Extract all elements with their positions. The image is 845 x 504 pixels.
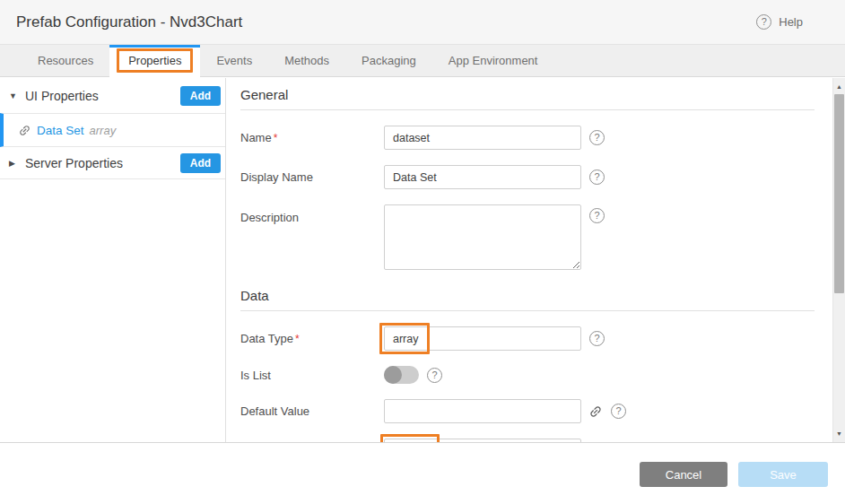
save-button[interactable]: Save — [738, 462, 828, 487]
property-form: General Name* ? Display Name ? Descripti… — [226, 78, 845, 442]
tab-properties[interactable]: Properties — [109, 45, 200, 77]
field-label: Name* — [240, 131, 384, 144]
help-icon[interactable]: ? — [589, 331, 605, 346]
bind-link-icon[interactable] — [586, 401, 606, 421]
link-icon — [15, 120, 34, 139]
tab-events[interactable]: Events — [200, 45, 268, 76]
sidebar-group-ui-properties[interactable]: ▼ UI Properties Add — [0, 78, 225, 113]
add-server-property-button[interactable]: Add — [180, 153, 221, 173]
tab-app-environment[interactable]: App Environment — [432, 45, 554, 76]
tab-bar: Resources Properties Events Methods Pack… — [0, 45, 845, 77]
caret-right-icon: ▶ — [9, 159, 23, 168]
cancel-button[interactable]: Cancel — [640, 462, 727, 487]
default-value-input[interactable] — [384, 399, 581, 423]
scrollbar-thumb[interactable] — [834, 94, 844, 293]
field-label: Display Name — [240, 170, 384, 184]
help-icon[interactable]: ? — [427, 368, 442, 383]
required-asterisk: * — [274, 132, 278, 144]
scroll-up-icon[interactable]: ▲ — [833, 83, 845, 90]
sidebar-item-label: Data Set — [37, 124, 84, 137]
description-textarea[interactable] — [384, 204, 581, 270]
dialog-title: Prefab Configuration - Nvd3Chart — [16, 13, 242, 31]
caret-down-icon: ▼ — [9, 91, 23, 100]
is-list-toggle[interactable] — [384, 366, 419, 384]
field-label: Default Value — [240, 404, 384, 418]
help-icon[interactable]: ? — [589, 130, 605, 145]
properties-sidebar: ▼ UI Properties Add Data Set array ▶ Ser… — [0, 78, 226, 442]
tab-resources[interactable]: Resources — [22, 45, 109, 76]
group-label: Server Properties — [23, 156, 180, 170]
binding-type-select[interactable]: in-bound ▼ — [384, 439, 581, 442]
data-type-input[interactable] — [384, 326, 581, 351]
field-row-default-value: Default Value ? — [240, 399, 815, 423]
help-button[interactable]: ? Help — [756, 14, 803, 30]
field-row-is-list: Is List ? — [240, 366, 815, 384]
help-icon[interactable]: ? — [589, 169, 605, 185]
field-row-display-name: Display Name ? — [240, 165, 815, 189]
display-name-input[interactable] — [384, 165, 581, 189]
dialog-footer: Cancel Save — [0, 443, 845, 504]
add-ui-property-button[interactable]: Add — [180, 86, 221, 106]
toggle-knob — [384, 366, 402, 384]
field-row-binding-type: Binding Type in-bound ▼ ? — [240, 439, 815, 442]
sidebar-group-server-properties[interactable]: ▶ Server Properties Add — [0, 147, 225, 179]
field-label: Is List — [240, 369, 384, 382]
help-icon[interactable]: ? — [611, 404, 626, 419]
field-label: Description — [240, 204, 384, 224]
sidebar-item-data-set[interactable]: Data Set array — [0, 113, 225, 147]
help-label: Help — [779, 15, 803, 29]
group-label: UI Properties — [23, 89, 180, 103]
field-row-description: Description ? — [240, 204, 815, 270]
help-icon: ? — [756, 14, 771, 30]
scrollbar[interactable]: ▲ ▼ — [832, 78, 845, 442]
field-label: Data Type* — [240, 332, 384, 345]
dialog-body: ▼ UI Properties Add Data Set array ▶ Ser… — [0, 78, 845, 443]
dialog-header: Prefab Configuration - Nvd3Chart ? Help — [0, 0, 845, 45]
sidebar-item-type: array — [90, 124, 117, 137]
help-icon[interactable]: ? — [589, 208, 605, 223]
field-row-name: Name* ? — [240, 126, 815, 150]
name-input[interactable] — [384, 126, 581, 150]
annotation-box-properties-tab: Properties — [117, 48, 193, 73]
field-row-data-type: Data Type* ? — [240, 326, 815, 351]
tab-packaging[interactable]: Packaging — [345, 45, 432, 76]
section-heading-data: Data — [240, 282, 815, 311]
section-heading-general: General — [240, 82, 815, 110]
required-asterisk: * — [295, 333, 300, 345]
tab-methods[interactable]: Methods — [268, 45, 345, 76]
scroll-down-icon[interactable]: ▼ — [833, 430, 845, 437]
